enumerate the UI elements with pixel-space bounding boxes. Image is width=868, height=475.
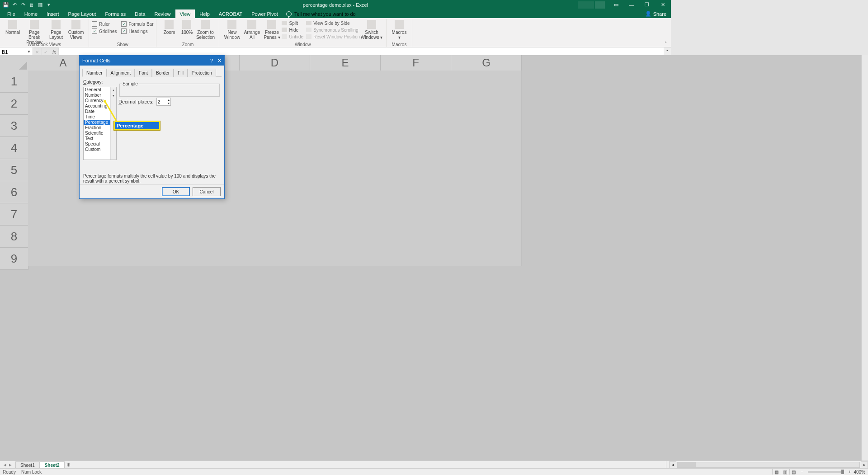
row-header[interactable]: 9 <box>0 248 28 270</box>
tab-acrobat[interactable]: ACROBAT <box>214 9 247 18</box>
cancel-button[interactable]: Cancel <box>193 187 221 196</box>
account-placeholder[interactable] <box>578 1 594 9</box>
tab-insert[interactable]: Insert <box>42 9 64 18</box>
cell[interactable] <box>238 157 311 179</box>
collapse-ribbon-icon[interactable]: ˄ <box>662 41 669 46</box>
cell[interactable] <box>168 244 241 266</box>
ok-button[interactable]: OK <box>162 187 190 196</box>
ruler-checkbox[interactable]: Ruler <box>92 21 117 27</box>
cell[interactable] <box>448 114 522 136</box>
zoom-button[interactable]: Zoom <box>159 19 179 35</box>
macros-button[interactable]: Macros ▾ <box>389 19 409 40</box>
cell[interactable] <box>308 179 382 201</box>
cell[interactable] <box>238 136 311 158</box>
cell[interactable] <box>308 71 382 93</box>
column-header[interactable]: F <box>381 55 451 71</box>
chevron-down-icon[interactable]: ▼ <box>27 50 31 54</box>
zoom-to-selection-button[interactable]: Zoom to Selection <box>194 19 216 40</box>
maximize-icon[interactable]: ❐ <box>639 0 655 9</box>
cell[interactable] <box>168 201 241 223</box>
cell[interactable] <box>238 244 311 266</box>
cell[interactable] <box>448 157 522 179</box>
cell[interactable] <box>308 157 382 179</box>
freeze-panes-button[interactable]: Freeze Panes ▾ <box>262 19 282 40</box>
row-header[interactable]: 5 <box>0 159 28 181</box>
tab-data[interactable]: Data <box>130 9 150 18</box>
decimal-places-spinner[interactable]: ▲ ▼ <box>156 98 171 106</box>
cell[interactable] <box>238 114 311 136</box>
cell[interactable] <box>378 136 452 158</box>
row-header[interactable]: 8 <box>0 226 28 248</box>
cell[interactable] <box>448 244 522 266</box>
minimize-icon[interactable]: — <box>624 0 639 9</box>
cell[interactable] <box>448 71 522 93</box>
ribbon-options-icon[interactable]: ▭ <box>609 0 624 9</box>
cell[interactable] <box>448 92 522 114</box>
share-button[interactable]: 👤 Share <box>645 9 666 18</box>
cell[interactable] <box>168 222 241 245</box>
tab-file[interactable]: File <box>3 9 20 18</box>
cell[interactable] <box>308 244 382 266</box>
column-header[interactable]: G <box>451 55 522 71</box>
cell[interactable] <box>448 201 522 223</box>
cell[interactable] <box>378 244 452 266</box>
cell[interactable] <box>98 222 171 245</box>
dialog-tab[interactable]: Number <box>82 69 107 77</box>
cell[interactable] <box>378 201 452 223</box>
unhide-button[interactable]: Unhide <box>282 33 303 40</box>
tab-help[interactable]: Help <box>195 9 214 18</box>
dialog-close-icon[interactable]: ✕ <box>217 58 222 64</box>
cell[interactable] <box>28 244 101 266</box>
cell[interactable] <box>238 71 311 93</box>
normal-view-button[interactable]: Normal <box>3 19 23 35</box>
cell[interactable] <box>238 222 311 245</box>
cell[interactable] <box>448 179 522 201</box>
select-all-corner[interactable] <box>0 55 28 71</box>
page-layout-button[interactable]: Page Layout <box>46 19 66 40</box>
scroll-down-icon[interactable]: ▼ <box>111 93 116 98</box>
dialog-tab[interactable]: Font <box>135 69 152 77</box>
tab-power-pivot[interactable]: Power Pivot <box>247 9 283 18</box>
arrange-all-button[interactable]: Arrange All <box>242 19 262 40</box>
ribbon-display-icon[interactable] <box>595 1 605 9</box>
formula-bar-checkbox[interactable]: Formula Bar <box>121 21 153 27</box>
cell[interactable] <box>378 157 452 179</box>
cell[interactable] <box>378 179 452 201</box>
new-window-button[interactable]: New Window <box>222 19 242 40</box>
row-header[interactable]: 4 <box>0 137 28 159</box>
cell[interactable] <box>28 222 101 245</box>
cell[interactable] <box>378 114 452 136</box>
dialog-tab[interactable]: Alignment <box>107 69 135 77</box>
row-header[interactable]: 7 <box>0 203 28 226</box>
dialog-help-icon[interactable]: ? <box>210 58 213 64</box>
cell[interactable] <box>98 244 171 266</box>
tab-formulas[interactable]: Formulas <box>100 9 130 18</box>
close-icon[interactable]: ✕ <box>655 0 671 9</box>
scroll-up-icon[interactable]: ▲ <box>111 87 116 93</box>
cell[interactable] <box>98 201 171 223</box>
hide-button[interactable]: Hide <box>282 27 303 33</box>
headings-checkbox[interactable]: Headings <box>121 28 153 34</box>
cell[interactable] <box>378 222 452 245</box>
dialog-tab[interactable]: Protection <box>188 69 216 77</box>
switch-windows-button[interactable]: Switch Windows ▾ <box>360 19 383 40</box>
cell[interactable] <box>308 222 382 245</box>
tab-home[interactable]: Home <box>20 9 42 18</box>
row-header[interactable]: 2 <box>0 93 28 115</box>
tab-review[interactable]: Review <box>150 9 175 18</box>
sync-scroll-button[interactable]: Synchronous Scrolling <box>306 27 360 33</box>
cell[interactable] <box>378 92 452 114</box>
dialog-tab[interactable]: Fill <box>174 69 188 77</box>
spin-down-icon[interactable]: ▼ <box>167 102 170 105</box>
tell-me-search[interactable]: Tell me what you want to do <box>286 9 356 18</box>
cell[interactable] <box>308 136 382 158</box>
dialog-tab[interactable]: Border <box>152 69 174 77</box>
cell[interactable] <box>238 179 311 201</box>
tab-view[interactable]: View <box>175 9 195 18</box>
cell[interactable] <box>308 114 382 136</box>
row-header[interactable]: 1 <box>0 71 28 93</box>
cell[interactable] <box>28 201 101 223</box>
custom-views-button[interactable]: Custom Views <box>66 19 86 40</box>
page-break-preview-button[interactable]: Page Break Preview <box>23 19 46 45</box>
cell[interactable] <box>308 201 382 223</box>
